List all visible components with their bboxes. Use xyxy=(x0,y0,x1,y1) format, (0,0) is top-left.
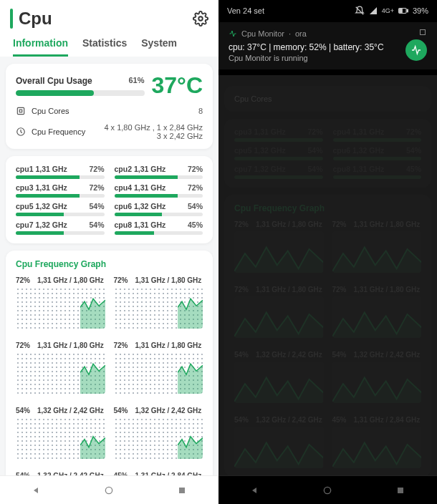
graph-cell: 54%1,32 GHz / 2,42 GHz xyxy=(16,407,105,459)
cores-value: 8 xyxy=(198,107,203,115)
graph-cell: 54%1,32 GHz / 2,42 GHz xyxy=(114,407,203,459)
cpu-temp: 37°C xyxy=(152,72,203,99)
svg-rect-8 xyxy=(407,9,408,12)
app-screen: Cpu Information Statistics System Overal… xyxy=(0,0,218,504)
svg-rect-9 xyxy=(400,9,403,13)
graph-card: Cpu Frequency Graph 72%1,31 GHz / 1,80 G… xyxy=(6,251,213,504)
notif-line1: cpu: 37°C | memory: 52% | battery: 35°C xyxy=(229,42,427,52)
page-title: Cpu xyxy=(19,9,52,29)
notification-screen: Cpu Cores cpu3 1,31 GHz72%cpu4 1,31 GHz7… xyxy=(218,0,437,504)
nav-bar-right xyxy=(218,475,437,504)
tab-system[interactable]: System xyxy=(141,37,177,57)
signal-label: 4G+ xyxy=(382,7,394,14)
tab-statistics[interactable]: Statistics xyxy=(82,37,127,57)
mute-icon xyxy=(355,6,365,16)
freq-value: 4 x 1,80 GHz , 1 x 2,84 GHz 3 x 2,42 GHz xyxy=(104,123,203,140)
notif-line2: Cpu Monitor is running xyxy=(229,54,427,62)
back-button[interactable] xyxy=(31,485,42,496)
core-item: cpu6 1,32 GHz54% xyxy=(115,202,203,216)
cores-card: cpu1 1,31 GHz72%cpu2 1,31 GHz72%cpu3 1,3… xyxy=(6,156,213,243)
svg-point-4 xyxy=(106,487,112,493)
dimmed-app: Cpu Cores cpu3 1,31 GHz72%cpu4 1,31 GHz7… xyxy=(218,0,437,504)
graph-cell: 72%1,31 GHz / 1,80 GHz xyxy=(16,276,105,329)
graph-cell: 72%1,31 GHz / 1,80 GHz xyxy=(16,341,105,394)
core-item: cpu4 1,31 GHz72% xyxy=(115,183,203,198)
svg-point-15 xyxy=(325,487,331,493)
freq-label: Cpu Frequency xyxy=(32,127,85,136)
battery-pct: 39% xyxy=(413,6,428,15)
svg-rect-16 xyxy=(398,488,403,493)
core-item: cpu7 1,32 GHz54% xyxy=(16,220,105,235)
cores-icon xyxy=(16,106,26,116)
graph-title: Cpu Frequency Graph xyxy=(16,259,203,269)
home-button[interactable] xyxy=(103,485,115,496)
back-button[interactable] xyxy=(249,485,261,496)
core-item: cpu1 1,31 GHz72% xyxy=(16,165,105,179)
battery-icon xyxy=(398,7,408,14)
svg-rect-5 xyxy=(179,488,185,493)
home-button[interactable] xyxy=(322,485,333,496)
recents-button[interactable] xyxy=(176,485,188,496)
overall-label: Overall Cpu Usage xyxy=(16,76,92,86)
freq-icon xyxy=(16,127,26,137)
status-date: Ven 24 set xyxy=(227,6,264,15)
cores-label: Cpu Cores xyxy=(32,107,69,115)
overall-bar xyxy=(16,90,94,96)
svg-rect-1 xyxy=(17,107,24,114)
tab-information[interactable]: Information xyxy=(13,37,68,57)
svg-rect-14 xyxy=(421,30,426,35)
gear-icon[interactable] xyxy=(193,11,208,26)
core-item: cpu3 1,31 GHz72% xyxy=(16,183,105,198)
overall-card: Overall Cpu Usage 61% 37°C Cpu Cores 8 C… xyxy=(6,64,213,149)
svg-point-0 xyxy=(198,16,203,21)
notif-app-name: Cpu Monitor xyxy=(241,29,284,38)
graph-cell: 72%1,31 GHz / 1,80 GHz xyxy=(114,341,203,394)
tab-bar: Information Statistics System xyxy=(10,29,208,57)
accent-bar xyxy=(10,9,13,29)
overall-pct: 61% xyxy=(128,76,144,86)
graph-cell: 72%1,31 GHz / 1,80 GHz xyxy=(114,276,203,329)
svg-rect-2 xyxy=(19,110,22,112)
notif-app-icon xyxy=(405,39,427,61)
recents-button[interactable] xyxy=(395,485,406,496)
pulse-icon xyxy=(229,29,237,38)
core-item: cpu5 1,32 GHz54% xyxy=(16,202,105,216)
core-item: cpu8 1,31 GHz45% xyxy=(115,220,203,235)
notification-card[interactable]: Cpu Monitor · ora cpu: 37°C | memory: 52… xyxy=(218,22,437,69)
notif-time: ora xyxy=(295,29,307,38)
app-header: Cpu Information Statistics System xyxy=(0,0,218,57)
status-bar: Ven 24 set 4G+ 39% xyxy=(218,0,437,21)
signal-icon xyxy=(369,6,378,15)
collapse-icon[interactable] xyxy=(418,28,427,37)
nav-bar xyxy=(0,475,218,504)
core-item: cpu2 1,31 GHz72% xyxy=(115,165,203,179)
